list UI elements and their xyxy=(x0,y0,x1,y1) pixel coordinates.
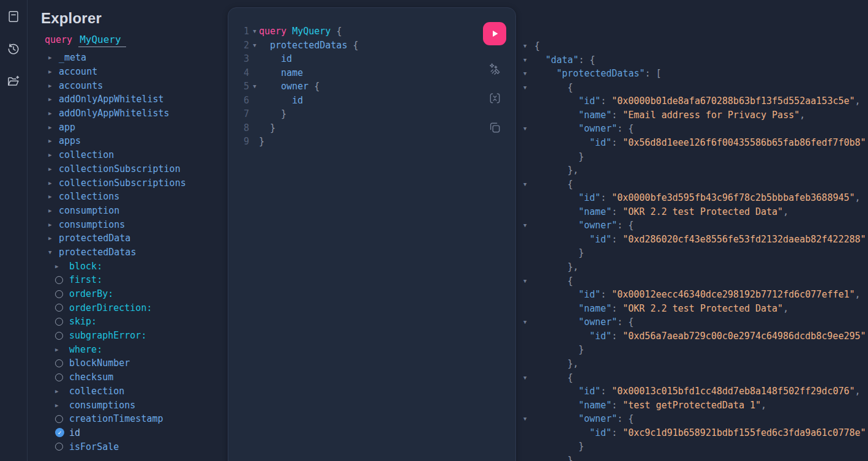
tree-row-addOnlyAppWhitelists[interactable]: ▶addOnlyAppWhitelists xyxy=(41,107,224,121)
fold-icon[interactable]: ▼ xyxy=(523,178,526,192)
tree-row-collection[interactable]: ▶collection xyxy=(41,148,224,162)
expand-arrow-icon: ▶ xyxy=(55,402,67,408)
line-number: 5 xyxy=(228,80,250,94)
fold-icon[interactable]: ▼ xyxy=(523,67,526,81)
expand-arrow-icon: ▶ xyxy=(48,83,59,89)
expand-arrow-icon: ▶ xyxy=(55,388,67,394)
tree-row-subgraphError[interactable]: subgraphError: xyxy=(41,329,224,343)
tree-label: consumptions xyxy=(59,219,125,230)
copy-query-button[interactable] xyxy=(487,120,502,135)
tree-label: subgraphError: xyxy=(69,330,146,341)
response-line: "name": "OKR 2.2 test Protected Data", xyxy=(517,302,868,316)
tree-row-collection[interactable]: ▶collection xyxy=(41,384,224,399)
expand-arrow-icon: ▶ xyxy=(55,347,67,353)
tree-row-orderDirection[interactable]: orderDirection: xyxy=(41,301,224,315)
fold-icon[interactable]: ▼ xyxy=(523,81,526,95)
merge-fragments-button[interactable] xyxy=(487,91,502,105)
tree-row-skip[interactable]: skip: xyxy=(41,315,224,329)
fold-icon[interactable]: ▼ xyxy=(523,315,526,329)
code-text: } xyxy=(259,121,275,135)
line-number: 7 xyxy=(228,107,250,121)
operation-keyword: query xyxy=(45,34,72,45)
tree-row-apps[interactable]: ▶apps xyxy=(41,134,224,148)
tree-row-addOnlyAppWhitelist[interactable]: ▶addOnlyAppWhitelist xyxy=(41,92,224,107)
tree-row-protectedData[interactable]: ▶protectedData xyxy=(41,231,224,245)
code-text: query MyQuery { xyxy=(259,24,342,39)
response-line: }, xyxy=(517,260,868,274)
tree-row-first[interactable]: first: xyxy=(41,273,224,287)
operation-name-input[interactable]: MyQuery xyxy=(78,34,125,47)
tree-row-consumptions[interactable]: ▶consumptions xyxy=(41,398,224,412)
code-text: } xyxy=(259,135,264,149)
tree-row-consumptions[interactable]: ▶consumptions xyxy=(41,217,224,231)
fold-gutter xyxy=(250,121,259,135)
fold-icon[interactable]: ▼ xyxy=(523,274,526,288)
execute-query-button[interactable] xyxy=(483,22,506,45)
tree-row-id[interactable]: ✓id xyxy=(41,426,224,440)
tree-label: collection xyxy=(69,386,124,397)
tree-row-collections[interactable]: ▶collections xyxy=(41,190,224,204)
tree-row-blockNumber[interactable]: blockNumber xyxy=(41,356,224,370)
prettify-query-button[interactable] xyxy=(487,61,502,76)
fold-icon[interactable]: ▼ xyxy=(523,39,526,53)
radio-icon xyxy=(55,332,67,340)
graphiql-app: { "colors": { "app_background": "#1d2434… xyxy=(0,0,868,461)
tree-row-account[interactable]: ▶account xyxy=(41,65,224,79)
response-line: } xyxy=(517,150,868,164)
editor-line: 8} xyxy=(228,121,515,135)
fold-icon[interactable]: ▼ xyxy=(523,219,526,233)
tree-row-checksum[interactable]: checksum xyxy=(41,370,224,384)
expand-arrow-icon: ▶ xyxy=(48,110,59,116)
tree-label: protectedData xyxy=(59,233,130,244)
tree-row-where[interactable]: ▶where: xyxy=(41,342,224,356)
line-number: 9 xyxy=(228,135,250,149)
tree-label: orderBy: xyxy=(69,288,113,299)
tree-label: first: xyxy=(69,274,102,285)
response-line: "name": "OKR 2.2 test Protected Data", xyxy=(517,205,868,219)
tree-row-creationTimestamp[interactable]: creationTimestamp xyxy=(41,412,224,426)
tree-row-isForSale[interactable]: isForSale xyxy=(41,440,224,454)
tree-row-consumption[interactable]: ▶consumption xyxy=(41,204,224,218)
tree-row-app[interactable]: ▶app xyxy=(41,120,224,134)
response-line: "id": "0xd56a7aeab729c00c0e2974c64986dcd… xyxy=(517,329,868,343)
fold-icon[interactable]: ▼ xyxy=(523,122,526,136)
tree-label: creationTimestamp xyxy=(69,413,163,424)
response-line: ▼{ xyxy=(517,178,868,192)
tree-row-_meta[interactable]: ▶_meta xyxy=(41,51,224,65)
explorer-field-tree[interactable]: ▶_meta▶account▶accounts▶addOnlyAppWhitel… xyxy=(41,51,224,454)
fold-icon[interactable]: ▼ xyxy=(250,24,259,39)
history-icon[interactable] xyxy=(6,42,21,56)
tree-row-accounts[interactable]: ▶accounts xyxy=(41,78,224,92)
tree-label: checksum xyxy=(69,372,113,383)
docs-icon[interactable] xyxy=(6,9,21,24)
session-area: 1▼query MyQuery {2▼protectedDatas {3id4n… xyxy=(224,0,868,461)
response-panel[interactable]: ▼{▼"data": {▼"protectedDatas": [▼{"id": … xyxy=(517,0,868,461)
tree-label: app xyxy=(59,122,75,133)
fold-gutter xyxy=(250,135,259,149)
tree-label: accounts xyxy=(59,80,103,91)
tree-row-collectionSubscriptions[interactable]: ▶collectionSubscriptions xyxy=(41,176,224,190)
code-text: protectedDatas { xyxy=(259,39,359,53)
tree-label: consumptions xyxy=(69,400,135,411)
fold-icon[interactable]: ▼ xyxy=(523,371,526,385)
tree-label: protectedDatas xyxy=(59,247,136,258)
tree-row-protectedDatas[interactable]: ▼protectedDatas xyxy=(41,245,224,260)
radio-icon xyxy=(55,318,67,326)
response-line: } xyxy=(517,246,868,260)
fold-icon[interactable]: ▼ xyxy=(523,412,526,426)
radio-icon xyxy=(55,415,67,423)
fold-icon[interactable]: ▼ xyxy=(523,53,526,67)
fold-icon[interactable]: ▼ xyxy=(250,80,259,94)
copy-icon xyxy=(488,121,502,135)
open-folder-icon[interactable] xyxy=(6,74,21,89)
response-line: ▼"protectedDatas": [ xyxy=(517,67,868,81)
tree-row-collectionSubscription[interactable]: ▶collectionSubscription xyxy=(41,162,224,176)
sidebar xyxy=(0,0,28,461)
operation-row: query MyQuery xyxy=(41,34,224,48)
fold-icon[interactable]: ▼ xyxy=(250,39,259,53)
tree-row-orderBy[interactable]: orderBy: xyxy=(41,287,224,301)
query-editor-panel: 1▼query MyQuery {2▼protectedDatas {3id4n… xyxy=(228,7,516,461)
query-editor[interactable]: 1▼query MyQuery {2▼protectedDatas {3id4n… xyxy=(228,8,515,149)
response-line: ▼"data": { xyxy=(517,53,868,67)
tree-row-block[interactable]: ▶block: xyxy=(41,259,224,273)
